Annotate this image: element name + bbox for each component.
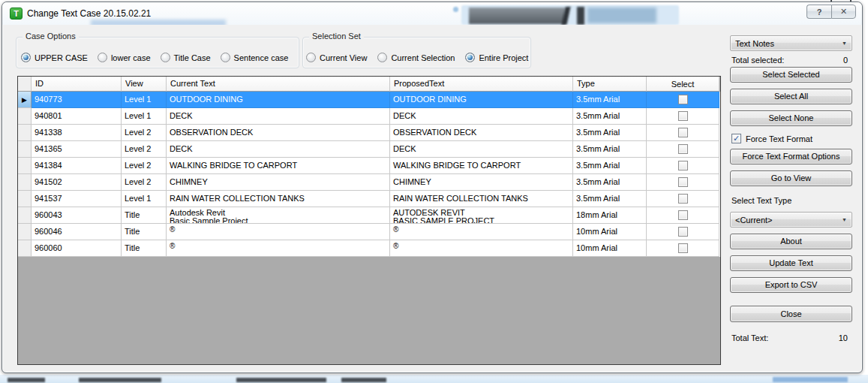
- cell-proposed: DECK: [390, 108, 573, 125]
- row-selector-cell[interactable]: [18, 240, 32, 257]
- table-row[interactable]: 941338Level 2OBSERVATION DECKOBSERVATION…: [18, 125, 720, 141]
- row-selector-cell[interactable]: [18, 207, 32, 224]
- table-row[interactable]: 941365Level 2DECKDECK3.5mm Arial✓: [18, 141, 720, 158]
- select-selected-button[interactable]: Select Selected: [730, 67, 852, 83]
- row-selector-cell[interactable]: [18, 224, 32, 240]
- total-selected-label: Total selected:: [731, 56, 784, 65]
- table-row[interactable]: 941502Level 2CHIMNEYCHIMNEY3.5mm Arial✓: [18, 174, 720, 191]
- select-none-button[interactable]: Select None: [730, 110, 852, 126]
- title-bar[interactable]: T Change Text Case 20.15.02.21 ? ✕: [2, 2, 862, 25]
- row-selector-cell[interactable]: [18, 174, 32, 191]
- radio-icon[interactable]: [306, 53, 316, 62]
- cell-view: Title Sheet: [122, 240, 167, 257]
- cell-select: ✓: [647, 125, 719, 141]
- cell-type: 3.5mm Arial: [573, 92, 647, 108]
- cell-current: OUTDOOR DINING: [167, 92, 390, 108]
- export-to-csv-button[interactable]: Export to CSV: [730, 277, 852, 293]
- row-selector-cell[interactable]: [18, 125, 32, 141]
- cell-proposed: WALKING BRIDGE TO CARPORT: [390, 158, 573, 174]
- column-header-select[interactable]: Select: [647, 77, 719, 92]
- row-selector-cell[interactable]: [18, 141, 32, 158]
- radio-icon[interactable]: [465, 53, 475, 62]
- update-text-button[interactable]: Update Text: [730, 255, 852, 271]
- cell-current: RAIN WATER COLLECTION TANKS: [167, 191, 390, 207]
- cell-select: ✓: [647, 240, 719, 257]
- element-filter-dropdown[interactable]: Text Notes ▼: [730, 35, 852, 51]
- cell-proposed: OUTDOOR DINING: [390, 92, 573, 108]
- cell-select: ✓: [647, 141, 719, 158]
- cell-current: ®: [167, 224, 390, 240]
- row-select-checkbox[interactable]: ✓: [678, 210, 688, 220]
- row-select-checkbox[interactable]: ✓: [678, 194, 688, 204]
- radio-icon[interactable]: [98, 53, 107, 62]
- background-artifact: [236, 378, 326, 382]
- row-selector-cell[interactable]: [18, 191, 32, 207]
- background-artifact: [773, 377, 848, 382]
- row-select-checkbox[interactable]: ✓: [678, 111, 688, 121]
- row-select-checkbox[interactable]: ✓: [678, 144, 688, 154]
- row-select-checkbox[interactable]: ✓: [678, 243, 688, 253]
- close-icon: ✕: [840, 7, 847, 17]
- radio-title-case[interactable]: Title Case: [161, 53, 211, 62]
- close-button[interactable]: Close: [730, 306, 852, 322]
- row-select-checkbox[interactable]: ✓: [678, 177, 688, 187]
- table-row[interactable]: 941384Level 2WALKING BRIDGE TO CARPORTWA…: [18, 158, 720, 174]
- row-selector-cell[interactable]: [18, 158, 32, 174]
- app-icon: T: [10, 8, 23, 20]
- cell-view: Level 2: [122, 174, 167, 191]
- radio-current-view[interactable]: Current View: [306, 53, 367, 62]
- radio-icon[interactable]: [161, 53, 170, 62]
- radio-label: Title Case: [174, 53, 211, 62]
- select-all-button[interactable]: Select All: [730, 89, 852, 104]
- row-select-checkbox[interactable]: ✓: [678, 161, 688, 170]
- table-row[interactable]: 960060Title Sheet®®10mm Arial✓: [18, 240, 720, 257]
- change-text-case-dialog: T Change Text Case 20.15.02.21 ? ✕ Case …: [2, 2, 863, 373]
- cell-id: 941502: [32, 174, 122, 191]
- column-header-proposedtext[interactable]: ProposedText: [390, 77, 573, 92]
- row-select-checkbox[interactable]: ✓: [678, 95, 688, 104]
- cell-id: 960046: [32, 224, 122, 240]
- radio-icon[interactable]: [221, 53, 230, 62]
- table-row[interactable]: 960043Title SheetAutodesk Revit Basic Sa…: [18, 207, 720, 224]
- force-text-format-checkbox-row[interactable]: ✓ Force Text Format: [731, 134, 854, 143]
- table-row[interactable]: 941537Level 1RAIN WATER COLLECTION TANKS…: [18, 191, 720, 207]
- cell-type: 3.5mm Arial: [573, 174, 647, 191]
- radio-icon[interactable]: [21, 53, 31, 62]
- row-selector-cell[interactable]: [18, 108, 32, 125]
- chevron-down-icon: ▼: [842, 41, 847, 46]
- about-button[interactable]: About: [730, 234, 852, 249]
- radio-upper-case[interactable]: UPPER CASE: [21, 53, 88, 62]
- column-header-id[interactable]: ID: [32, 77, 122, 92]
- row-select-checkbox[interactable]: ✓: [678, 128, 688, 137]
- row-selector-cell[interactable]: ▶: [18, 92, 32, 108]
- table-row[interactable]: ▶940773Level 1OUTDOOR DININGOUTDOOR DINI…: [18, 92, 720, 108]
- column-header-type[interactable]: Type: [573, 77, 647, 92]
- table-row[interactable]: 940801Level 1DECKDECK3.5mm Arial✓: [18, 108, 720, 125]
- close-window-button[interactable]: ✕: [831, 5, 856, 19]
- radio-sentence-case[interactable]: Sentence case: [221, 53, 289, 62]
- radio-entire-project[interactable]: Entire Project: [465, 53, 528, 62]
- cell-proposed: ®: [390, 240, 573, 257]
- selection-set-radios: Current ViewCurrent SelectionEntire Proj…: [306, 53, 528, 62]
- table-row[interactable]: 960046Title Sheet®®10mm Arial✓: [18, 224, 720, 240]
- cell-id: 941384: [32, 158, 122, 174]
- cell-type: 3.5mm Arial: [573, 108, 647, 125]
- row-selector-header: [18, 77, 32, 92]
- column-header-view[interactable]: View: [122, 77, 167, 92]
- window-controls: ? ✕: [806, 5, 856, 19]
- text-type-dropdown[interactable]: <Current> ▼: [730, 212, 852, 228]
- row-select-checkbox[interactable]: ✓: [678, 227, 688, 237]
- force-text-format-options-button[interactable]: Force Text Format Options: [730, 149, 852, 164]
- go-to-view-button[interactable]: Go to View: [730, 170, 852, 186]
- radio-icon[interactable]: [377, 53, 387, 62]
- radio-lower-case[interactable]: lower case: [98, 53, 151, 62]
- cell-proposed: RAIN WATER COLLECTION TANKS: [390, 191, 573, 207]
- column-header-current-text[interactable]: Current Text: [167, 77, 390, 92]
- cell-id: 960060: [32, 240, 122, 257]
- cell-current: Autodesk Revit Basic Sample Project: [167, 207, 390, 224]
- help-button[interactable]: ?: [806, 5, 831, 19]
- force-text-format-checkbox[interactable]: ✓: [731, 134, 741, 143]
- total-text-row: Total Text: 10: [731, 333, 851, 342]
- radio-current-selection[interactable]: Current Selection: [377, 53, 455, 62]
- selection-set-group-label: Selection Set: [309, 32, 364, 41]
